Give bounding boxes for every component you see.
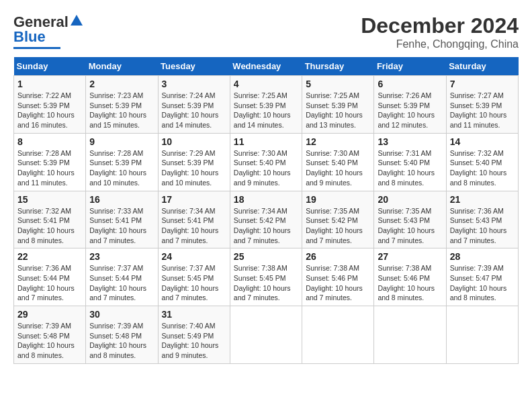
calendar-cell: 18Sunrise: 7:34 AM Sunset: 5:42 PM Dayli… bbox=[230, 191, 302, 248]
calendar-header-row: SundayMondayTuesdayWednesdayThursdayFrid… bbox=[14, 57, 519, 76]
calendar-cell bbox=[446, 306, 518, 364]
day-header-saturday: Saturday bbox=[446, 57, 518, 76]
day-info: Sunrise: 7:24 AM Sunset: 5:39 PM Dayligh… bbox=[162, 91, 226, 130]
day-info: Sunrise: 7:28 AM Sunset: 5:39 PM Dayligh… bbox=[89, 148, 154, 188]
day-number: 26 bbox=[306, 251, 370, 262]
day-number: 14 bbox=[450, 136, 515, 147]
day-number: 7 bbox=[450, 79, 515, 89]
day-info: Sunrise: 7:22 AM Sunset: 5:39 PM Dayligh… bbox=[17, 91, 82, 130]
day-number: 20 bbox=[378, 194, 442, 205]
calendar-cell: 5Sunrise: 7:25 AM Sunset: 5:39 PM Daylig… bbox=[302, 76, 374, 134]
day-header-friday: Friday bbox=[374, 57, 446, 76]
page-header: General Blue December 2024 Fenhe, Chongq… bbox=[13, 13, 519, 50]
day-info: Sunrise: 7:39 AM Sunset: 5:48 PM Dayligh… bbox=[89, 321, 154, 361]
calendar-cell: 2Sunrise: 7:23 AM Sunset: 5:39 PM Daylig… bbox=[86, 76, 158, 134]
logo-icon bbox=[69, 13, 84, 28]
calendar-cell: 7Sunrise: 7:27 AM Sunset: 5:39 PM Daylig… bbox=[446, 76, 518, 134]
day-info: Sunrise: 7:31 AM Sunset: 5:40 PM Dayligh… bbox=[378, 148, 442, 188]
calendar-cell: 17Sunrise: 7:34 AM Sunset: 5:41 PM Dayli… bbox=[158, 191, 230, 248]
day-number: 2 bbox=[89, 79, 154, 89]
day-number: 11 bbox=[234, 136, 298, 147]
day-info: Sunrise: 7:38 AM Sunset: 5:45 PM Dayligh… bbox=[234, 263, 298, 303]
calendar-title: December 2024 bbox=[361, 13, 519, 38]
day-number: 13 bbox=[378, 136, 442, 147]
calendar-cell: 10Sunrise: 7:29 AM Sunset: 5:39 PM Dayli… bbox=[158, 133, 230, 191]
day-info: Sunrise: 7:28 AM Sunset: 5:39 PM Dayligh… bbox=[17, 148, 82, 188]
calendar-cell: 25Sunrise: 7:38 AM Sunset: 5:45 PM Dayli… bbox=[230, 248, 302, 306]
calendar-cell: 31Sunrise: 7:40 AM Sunset: 5:49 PM Dayli… bbox=[158, 306, 230, 364]
calendar-cell: 9Sunrise: 7:28 AM Sunset: 5:39 PM Daylig… bbox=[86, 133, 158, 191]
day-info: Sunrise: 7:39 AM Sunset: 5:48 PM Dayligh… bbox=[17, 321, 82, 361]
day-info: Sunrise: 7:35 AM Sunset: 5:43 PM Dayligh… bbox=[378, 206, 442, 246]
calendar-cell: 16Sunrise: 7:33 AM Sunset: 5:41 PM Dayli… bbox=[86, 191, 158, 248]
day-info: Sunrise: 7:32 AM Sunset: 5:40 PM Dayligh… bbox=[450, 148, 515, 188]
calendar-cell: 22Sunrise: 7:36 AM Sunset: 5:44 PM Dayli… bbox=[14, 248, 86, 306]
calendar-cell: 21Sunrise: 7:36 AM Sunset: 5:43 PM Dayli… bbox=[446, 191, 518, 248]
day-info: Sunrise: 7:38 AM Sunset: 5:46 PM Dayligh… bbox=[378, 263, 442, 303]
day-number: 24 bbox=[162, 251, 226, 262]
day-header-sunday: Sunday bbox=[14, 57, 86, 76]
day-number: 22 bbox=[17, 251, 82, 262]
day-info: Sunrise: 7:39 AM Sunset: 5:47 PM Dayligh… bbox=[450, 263, 515, 303]
calendar-cell: 4Sunrise: 7:25 AM Sunset: 5:39 PM Daylig… bbox=[230, 76, 302, 134]
calendar-cell: 26Sunrise: 7:38 AM Sunset: 5:46 PM Dayli… bbox=[302, 248, 374, 306]
day-number: 28 bbox=[450, 251, 515, 262]
calendar-cell: 19Sunrise: 7:35 AM Sunset: 5:42 PM Dayli… bbox=[302, 191, 374, 248]
day-info: Sunrise: 7:34 AM Sunset: 5:41 PM Dayligh… bbox=[162, 206, 226, 246]
week-row-3: 15Sunrise: 7:32 AM Sunset: 5:41 PM Dayli… bbox=[14, 191, 519, 248]
week-row-4: 22Sunrise: 7:36 AM Sunset: 5:44 PM Dayli… bbox=[14, 248, 519, 306]
day-number: 31 bbox=[162, 309, 226, 320]
day-number: 9 bbox=[89, 136, 154, 147]
day-header-thursday: Thursday bbox=[302, 57, 374, 76]
day-number: 21 bbox=[450, 194, 515, 205]
day-info: Sunrise: 7:30 AM Sunset: 5:40 PM Dayligh… bbox=[234, 148, 298, 188]
calendar-body: 1Sunrise: 7:22 AM Sunset: 5:39 PM Daylig… bbox=[14, 76, 519, 364]
day-info: Sunrise: 7:38 AM Sunset: 5:46 PM Dayligh… bbox=[306, 263, 370, 303]
day-number: 29 bbox=[17, 309, 82, 320]
day-number: 1 bbox=[17, 79, 82, 89]
logo-blue: Blue bbox=[13, 28, 46, 46]
day-number: 23 bbox=[89, 251, 154, 262]
day-header-monday: Monday bbox=[86, 57, 158, 76]
calendar-cell: 28Sunrise: 7:39 AM Sunset: 5:47 PM Dayli… bbox=[446, 248, 518, 306]
logo: General Blue bbox=[13, 13, 84, 49]
day-number: 15 bbox=[17, 194, 82, 205]
title-block: December 2024 Fenhe, Chongqing, China bbox=[361, 13, 519, 50]
calendar-cell: 13Sunrise: 7:31 AM Sunset: 5:40 PM Dayli… bbox=[374, 133, 446, 191]
day-number: 16 bbox=[89, 194, 154, 205]
day-info: Sunrise: 7:26 AM Sunset: 5:39 PM Dayligh… bbox=[378, 91, 442, 130]
day-info: Sunrise: 7:36 AM Sunset: 5:43 PM Dayligh… bbox=[450, 206, 515, 246]
calendar-cell: 15Sunrise: 7:32 AM Sunset: 5:41 PM Dayli… bbox=[14, 191, 86, 248]
day-info: Sunrise: 7:34 AM Sunset: 5:42 PM Dayligh… bbox=[234, 206, 298, 246]
day-info: Sunrise: 7:37 AM Sunset: 5:44 PM Dayligh… bbox=[89, 263, 154, 303]
calendar-cell: 14Sunrise: 7:32 AM Sunset: 5:40 PM Dayli… bbox=[446, 133, 518, 191]
calendar-cell: 23Sunrise: 7:37 AM Sunset: 5:44 PM Dayli… bbox=[86, 248, 158, 306]
calendar-cell bbox=[230, 306, 302, 364]
day-info: Sunrise: 7:33 AM Sunset: 5:41 PM Dayligh… bbox=[89, 206, 154, 246]
calendar-cell: 27Sunrise: 7:38 AM Sunset: 5:46 PM Dayli… bbox=[374, 248, 446, 306]
day-info: Sunrise: 7:37 AM Sunset: 5:45 PM Dayligh… bbox=[162, 263, 226, 303]
calendar-cell: 3Sunrise: 7:24 AM Sunset: 5:39 PM Daylig… bbox=[158, 76, 230, 134]
calendar-cell: 11Sunrise: 7:30 AM Sunset: 5:40 PM Dayli… bbox=[230, 133, 302, 191]
day-header-wednesday: Wednesday bbox=[230, 57, 302, 76]
day-number: 17 bbox=[162, 194, 226, 205]
calendar-cell: 30Sunrise: 7:39 AM Sunset: 5:48 PM Dayli… bbox=[86, 306, 158, 364]
day-number: 8 bbox=[17, 136, 82, 147]
day-info: Sunrise: 7:30 AM Sunset: 5:40 PM Dayligh… bbox=[306, 148, 370, 188]
day-number: 10 bbox=[162, 136, 226, 147]
day-info: Sunrise: 7:27 AM Sunset: 5:39 PM Dayligh… bbox=[450, 91, 515, 130]
day-header-tuesday: Tuesday bbox=[158, 57, 230, 76]
calendar-table: SundayMondayTuesdayWednesdayThursdayFrid… bbox=[13, 57, 519, 364]
day-info: Sunrise: 7:29 AM Sunset: 5:39 PM Dayligh… bbox=[162, 148, 226, 188]
calendar-cell: 1Sunrise: 7:22 AM Sunset: 5:39 PM Daylig… bbox=[14, 76, 86, 134]
day-number: 25 bbox=[234, 251, 298, 262]
week-row-5: 29Sunrise: 7:39 AM Sunset: 5:48 PM Dayli… bbox=[14, 306, 519, 364]
calendar-cell: 8Sunrise: 7:28 AM Sunset: 5:39 PM Daylig… bbox=[14, 133, 86, 191]
day-number: 12 bbox=[306, 136, 370, 147]
day-info: Sunrise: 7:23 AM Sunset: 5:39 PM Dayligh… bbox=[89, 91, 154, 130]
calendar-cell: 6Sunrise: 7:26 AM Sunset: 5:39 PM Daylig… bbox=[374, 76, 446, 134]
calendar-cell: 29Sunrise: 7:39 AM Sunset: 5:48 PM Dayli… bbox=[14, 306, 86, 364]
day-info: Sunrise: 7:25 AM Sunset: 5:39 PM Dayligh… bbox=[306, 91, 370, 130]
day-info: Sunrise: 7:36 AM Sunset: 5:44 PM Dayligh… bbox=[17, 263, 82, 303]
calendar-subtitle: Fenhe, Chongqing, China bbox=[361, 38, 519, 50]
